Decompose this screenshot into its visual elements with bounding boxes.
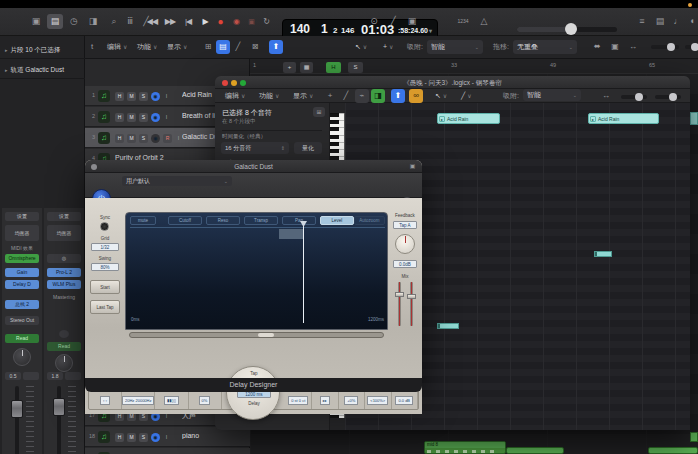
midi-in-icon[interactable]: ⌁	[355, 89, 369, 103]
strip-fader-handle[interactable]	[11, 400, 23, 418]
input-monitor-button[interactable]: ◉	[151, 92, 160, 101]
region-sliver-green[interactable]	[690, 432, 698, 442]
param-value[interactable]: 0.0 dB	[395, 396, 413, 405]
param-value[interactable]: ▮▮▯▯	[164, 396, 179, 405]
lane-tab-mute[interactable]: mute	[130, 216, 156, 225]
list-editors-icon[interactable]: ≡	[634, 14, 650, 29]
pr-menu-functions[interactable]: 功能 ∨	[259, 89, 279, 103]
horizontal-zoom-slider[interactable]	[685, 45, 697, 49]
metronome-icon[interactable]: △	[476, 14, 492, 29]
fit-zoom-icon[interactable]: ↔	[626, 40, 640, 54]
input-monitor-button[interactable]: ◉	[151, 433, 160, 442]
auto-track-zoom-icon[interactable]: ▣	[608, 40, 622, 54]
autozoom-button[interactable]: Autozoom	[354, 216, 385, 225]
record-button[interactable]: ●	[212, 13, 228, 30]
track-s-button[interactable]: S	[139, 433, 148, 442]
solo-tracks-button[interactable]: S	[348, 62, 363, 73]
marquee-icon[interactable]: ⊠	[248, 40, 262, 54]
snap-dropdown[interactable]: 智能⌄	[427, 40, 483, 54]
tuner-icon[interactable]: ⊙	[366, 14, 382, 29]
pr-vzoom-slider[interactable]	[621, 95, 647, 99]
pr-pointer-tool[interactable]: ↖ ∨	[435, 89, 447, 103]
mix-slider-wet[interactable]	[398, 282, 401, 326]
strip-eq-display[interactable]: 均衡器	[47, 225, 81, 241]
track-h-button[interactable]: H	[115, 113, 124, 122]
param-value[interactable]: 20Hz 20000Hz	[122, 396, 154, 405]
midi-region-green[interactable]	[506, 447, 564, 454]
volume-knob[interactable]	[565, 23, 577, 35]
strip-fader-handle[interactable]	[53, 398, 65, 416]
param-value[interactable]: ▸▸	[320, 396, 330, 405]
track-i-button[interactable]: I	[163, 92, 170, 101]
sync-led-button[interactable]	[100, 222, 109, 231]
plugin-titlebar[interactable]: Galactic Dust ▣	[85, 160, 422, 173]
track-i-button[interactable]: I	[163, 113, 170, 122]
strip-automation-mode[interactable]: Read	[47, 342, 81, 351]
strip-send-slot[interactable]: 总线 2	[5, 300, 39, 309]
track-s-button[interactable]: S	[139, 134, 148, 143]
edit-pencil-icon[interactable]: ╱	[385, 14, 401, 29]
toolbar-clock-icon[interactable]: ◷	[66, 14, 82, 29]
main-bar-ruler[interactable]: 117334965 + ▦ H S	[250, 59, 698, 74]
capture-record-button[interactable]: ◉	[228, 13, 244, 30]
menu-view[interactable]: 显示 ∨	[167, 40, 187, 54]
tap-marker-line[interactable]	[303, 223, 304, 323]
track-inspector-header[interactable]: ▸轨道 Galactic Dust	[0, 60, 85, 79]
midi-note[interactable]	[437, 323, 459, 329]
pr-menu-edit[interactable]: 编辑 ∨	[225, 89, 245, 103]
start-button[interactable]: Start	[90, 280, 120, 294]
pointer-tool-menu[interactable]: ↖ ∨	[355, 40, 367, 54]
pr-hzoom-slider[interactable]	[655, 95, 681, 99]
strip-fx-slot-1[interactable]: Gain	[5, 268, 39, 277]
input-monitor-button[interactable]: ◉	[151, 113, 160, 122]
strip-fx-slot-2[interactable]: WLM Plus	[47, 280, 81, 289]
drag-dropdown[interactable]: 无重叠⌄	[513, 40, 577, 54]
link-icon[interactable]: ∞	[409, 89, 423, 103]
param-value[interactable]: 0 st 0 ct	[288, 396, 308, 405]
view-tab-reso[interactable]: Reso	[206, 216, 240, 225]
track-h-button[interactable]: H	[115, 433, 124, 442]
pencil-icon[interactable]: ╱	[339, 89, 353, 103]
mix-slider-dry[interactable]	[410, 282, 413, 326]
lcd-tempo[interactable]: 140	[290, 22, 310, 36]
track-h-button[interactable]: H	[115, 134, 124, 143]
lcd-bar[interactable]: 1	[321, 22, 328, 36]
strip-volume-value[interactable]: 1.8	[47, 372, 63, 380]
strip-empty-slot[interactable]: ◎	[47, 254, 81, 263]
count-in-icon[interactable]: 1234	[455, 14, 471, 29]
param-value[interactable]: +0%	[344, 396, 358, 405]
tap-selection-block[interactable]	[279, 229, 303, 239]
forward-button[interactable]: ▶▶	[162, 13, 178, 30]
pad-icon[interactable]: ▣	[404, 14, 420, 29]
mixer-icon[interactable]: ⅲ	[122, 14, 138, 29]
midi-out-icon[interactable]: ◨	[371, 89, 385, 103]
menu-edit[interactable]: 编辑 ∨	[107, 40, 127, 54]
secondary-tool-menu[interactable]: + ∨	[383, 40, 393, 54]
quick-help-icon[interactable]: ▣	[28, 14, 44, 29]
menu-functions[interactable]: 功能 ∨	[137, 40, 157, 54]
grid-icon[interactable]: ⊞	[201, 40, 215, 54]
region-inspector-header[interactable]: ▸片段 10 个已选择	[0, 40, 85, 59]
region-sliver-cyan[interactable]	[690, 112, 698, 125]
track-h-button[interactable]: H	[115, 92, 124, 101]
vertical-zoom-slider[interactable]	[651, 45, 679, 49]
param-value[interactable]: <100%>	[367, 396, 388, 405]
swing-value[interactable]: 80%	[91, 263, 119, 271]
catch-playhead-icon[interactable]: ⬆	[269, 40, 283, 54]
track-s-button[interactable]: S	[139, 113, 148, 122]
hide-tracks-button[interactable]: H	[326, 62, 341, 73]
draw-icon[interactable]: ╱	[231, 40, 245, 54]
crosshair-icon[interactable]: +	[323, 89, 337, 103]
play-button[interactable]: ▶	[197, 13, 213, 30]
track-i-button[interactable]: I	[175, 134, 182, 143]
param-value[interactable]: ▫ ▫	[100, 396, 110, 405]
midi-region-cyan[interactable]: ▸Acid Rain	[588, 113, 659, 124]
rewind-button[interactable]: ◀◀	[144, 13, 160, 30]
grid-value[interactable]: 1/32	[91, 243, 119, 251]
catch-icon[interactable]: ⬆	[391, 89, 405, 103]
lcd-division[interactable]: 146	[341, 26, 354, 35]
strip-output-slot[interactable]: Stereo Out	[5, 316, 39, 325]
view-tab-level[interactable]: Level	[320, 216, 354, 225]
strip-fx-slot-1[interactable]: Pro-L 2	[47, 268, 81, 277]
track-m-button[interactable]: M	[127, 134, 136, 143]
